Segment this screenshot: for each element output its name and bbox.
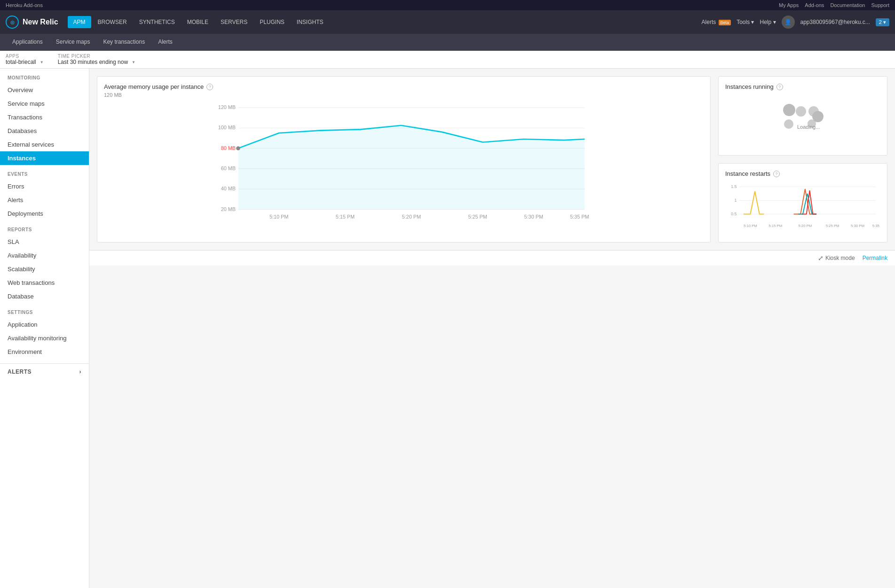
svg-text:80 MB: 80 MB (221, 145, 236, 151)
sidebar-item-errors[interactable]: Errors (0, 180, 89, 193)
page-footer-bar: ⤢ Kiosk mode Permalink (89, 250, 895, 266)
sidebar-item-transactions[interactable]: Transactions (0, 110, 89, 124)
sidebar-item-application[interactable]: Application (0, 318, 89, 331)
sidebar-item-deployments[interactable]: Deployments (0, 207, 89, 220)
dot-1 (796, 106, 806, 117)
memory-chart-help-icon[interactable]: ? (206, 84, 213, 90)
avatar-icon: 👤 (784, 19, 792, 25)
svg-text:5:15 PM: 5:15 PM (336, 214, 355, 220)
nav-tab-plugins[interactable]: PLUGINS (254, 16, 290, 28)
alerts-nav-item[interactable]: Alerts Beta (702, 19, 731, 25)
layout: MONITORING Overview Service maps Transac… (0, 69, 895, 588)
heroku-link-docs[interactable]: Documentation (830, 2, 865, 8)
svg-text:5:10 PM: 5:10 PM (269, 214, 288, 220)
heroku-link-support[interactable]: Support (871, 2, 889, 8)
apps-context[interactable]: APPS total-briecall (6, 54, 44, 65)
heroku-bar: Heroku Add-ons My Apps Add-ons Documenta… (0, 0, 895, 10)
heroku-link-myapps[interactable]: My Apps (779, 2, 799, 8)
svg-text:1.5: 1.5 (731, 184, 737, 189)
heroku-link-addons[interactable]: Add-ons (805, 2, 824, 8)
brand-name: New Relic (23, 18, 58, 26)
sidebar-alerts-label: ALERTS (8, 368, 32, 375)
brand: ◎ New Relic (6, 16, 58, 29)
loading-text: Loading... (797, 124, 820, 130)
sub-nav: Applications Service maps Key transactio… (0, 34, 895, 51)
avatar[interactable]: 👤 (782, 16, 795, 29)
memory-chart-container: Average memory usage per instance ? 120 … (97, 76, 711, 243)
nav-tabs: APM BROWSER SYNTHETICS MOBILE SERVERS PL… (68, 16, 329, 28)
nav-tab-insights[interactable]: INSIGHTS (291, 16, 329, 28)
kiosk-icon: ⤢ (818, 254, 824, 262)
svg-text:5:25 PM: 5:25 PM (826, 224, 840, 228)
svg-text:0.5: 0.5 (731, 212, 737, 216)
restarts-chart-svg: 1.5 1 0.5 (725, 179, 880, 235)
instances-running-container: Instances running ? Loading... (718, 76, 887, 156)
sidebar: MONITORING Overview Service maps Transac… (0, 69, 89, 588)
instances-running-help-icon[interactable]: ? (776, 84, 783, 90)
svg-text:60 MB: 60 MB (221, 165, 236, 171)
nav-tab-synthetics[interactable]: SYNTHETICS (134, 16, 181, 28)
apps-label: APPS (6, 54, 44, 59)
instances-running-area: Loading... (725, 92, 880, 149)
instance-restarts-help-icon[interactable]: ? (773, 171, 780, 177)
sidebar-alerts[interactable]: ALERTS › (0, 363, 89, 380)
sidebar-item-alerts[interactable]: Alerts (0, 193, 89, 207)
nav-tab-mobile[interactable]: MOBILE (182, 16, 214, 28)
notification-badge[interactable]: 2 ▾ (876, 18, 889, 26)
sub-nav-key-transactions[interactable]: Key transactions (96, 34, 151, 51)
sidebar-item-databases[interactable]: Databases (0, 124, 89, 138)
dot-3 (783, 104, 795, 116)
dot-4 (784, 119, 793, 129)
sub-nav-service-maps[interactable]: Service maps (49, 34, 97, 51)
help-dropdown[interactable]: Help ▾ (760, 19, 776, 25)
content-inner: Average memory usage per instance ? 120 … (89, 69, 895, 250)
monitoring-section-title: MONITORING (0, 69, 89, 83)
svg-text:40 MB: 40 MB (221, 186, 236, 191)
svg-text:5:10 PM: 5:10 PM (744, 224, 757, 228)
nav-tab-browser[interactable]: BROWSER (92, 16, 133, 28)
permalink-button[interactable]: Permalink (863, 255, 887, 261)
context-bar: APPS total-briecall TIME PICKER Last 30 … (0, 51, 895, 69)
sidebar-item-database[interactable]: Database (0, 290, 89, 303)
sidebar-item-scalability[interactable]: Scalability (0, 262, 89, 276)
nav-tab-servers[interactable]: SERVERS (215, 16, 253, 28)
memory-chart-subtitle: 120 MB (104, 92, 704, 98)
main-nav: ◎ New Relic APM BROWSER SYNTHETICS MOBIL… (0, 10, 895, 34)
alerts-beta-badge: Beta (719, 20, 731, 25)
memory-chart-title: Average memory usage per instance ? (104, 83, 704, 90)
sidebar-item-instances[interactable]: Instances (0, 151, 89, 165)
time-picker-context[interactable]: TIME PICKER Last 30 minutes ending now (58, 54, 135, 65)
svg-text:5:25 PM: 5:25 PM (468, 214, 487, 220)
sidebar-item-availability-monitoring[interactable]: Availability monitoring (0, 331, 89, 345)
sidebar-item-overview[interactable]: Overview (0, 83, 89, 97)
heroku-links: My Apps Add-ons Documentation Support (774, 2, 889, 8)
sub-nav-applications[interactable]: Applications (6, 34, 49, 51)
svg-text:100 MB: 100 MB (218, 125, 236, 130)
tools-dropdown[interactable]: Tools ▾ (737, 19, 754, 25)
brand-icon: ◎ (6, 16, 19, 29)
sidebar-item-availability[interactable]: Availability (0, 249, 89, 262)
kiosk-mode-button[interactable]: ⤢ Kiosk mode (818, 254, 855, 262)
heroku-brand: Heroku Add-ons (6, 2, 43, 8)
svg-text:5:15 PM: 5:15 PM (768, 224, 782, 228)
sub-nav-alerts[interactable]: Alerts (151, 34, 179, 51)
instance-restarts-title: Instance restarts ? (725, 170, 880, 177)
sidebar-item-service-maps[interactable]: Service maps (0, 97, 89, 110)
main-content: Average memory usage per instance ? 120 … (89, 69, 895, 588)
svg-text:5:30 PM: 5:30 PM (524, 214, 543, 220)
events-section-title: EVENTS (0, 165, 89, 180)
nav-tab-apm[interactable]: APM (68, 16, 91, 28)
svg-text:120 MB: 120 MB (218, 104, 236, 110)
svg-text:20 MB: 20 MB (221, 206, 236, 212)
instances-running-title: Instances running ? (725, 83, 880, 90)
apps-value[interactable]: total-briecall (6, 59, 44, 65)
memory-chart-area: 120 MB 100 MB 80 MB 60 MB 40 MB 20 MB (104, 102, 704, 225)
time-picker-value[interactable]: Last 30 minutes ending now (58, 59, 135, 65)
reports-section-title: REPORTS (0, 220, 89, 235)
memory-chart-svg: 120 MB 100 MB 80 MB 60 MB 40 MB 20 MB (104, 102, 704, 225)
sidebar-item-web-transactions[interactable]: Web transactions (0, 276, 89, 290)
sidebar-item-environment[interactable]: Environment (0, 345, 89, 359)
sidebar-item-sla[interactable]: SLA (0, 235, 89, 249)
restarts-chart-area: 1.5 1 0.5 (725, 179, 880, 235)
sidebar-item-external-services[interactable]: External services (0, 138, 89, 151)
